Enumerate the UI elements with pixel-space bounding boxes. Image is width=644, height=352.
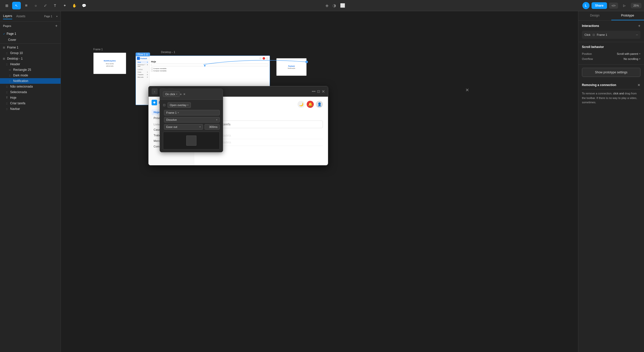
layer-item-header[interactable]: :: Header [0,61,61,67]
scroll-behavior-section: Scroll behavior Position Scroll with par… [578,42,644,65]
nav-item-label: Hoje [154,111,160,114]
tab-assets[interactable]: Assets [16,13,25,19]
code-button[interactable]: </> [609,3,618,9]
add-interaction-button[interactable]: + [180,92,182,96]
layer-label: Navbar [10,107,20,111]
layer-item-hoje[interactable]: T Hoje [0,95,61,100]
position-row: Position Scroll with parent ▾ [582,51,640,56]
interaction-popup: On click ▾ + × ⊡ Open overlay ▾ [160,89,223,152]
layer-item-rect25[interactable]: ▭ Rectangle 25 [0,67,61,73]
duration-input[interactable]: 300ms [205,124,220,130]
tab-design[interactable]: Design [578,11,611,20]
interaction-popup-body: ⊡ Open overlay ▾ Frame 1 ▾ Dissolve ▾ [160,100,223,152]
sidebar-tabs: Layers Assets Page 1 ▾ [0,11,61,22]
layer-label: Dark mode [13,74,28,77]
frame-tool-button[interactable]: ⊞ [22,2,30,9]
layer-item-navbar[interactable]: :: Navbar [0,106,61,112]
animation-select[interactable]: Dissolve ▾ [164,117,220,123]
preview-close-button[interactable]: ✕ [322,89,325,94]
add-interaction-button[interactable]: + [638,24,640,28]
layer-item-selecionada[interactable]: :: Selecionada [0,89,61,95]
component-tool-button[interactable]: ❖ [60,2,69,9]
layer-item-group10[interactable]: :: Group 10 [0,50,61,56]
easing-select[interactable]: Ease out ▾ [164,124,203,130]
preview-dots: ••• ⊡ ✕ [312,89,325,94]
preview-more-button[interactable]: ••• [312,89,316,94]
flow-pill[interactable]: Flow 1 ⊡ [136,53,150,56]
mini-header-row [151,57,268,60]
topbar-center: ◈ ◑ ⬜ [90,3,581,8]
preview-logo-icon [152,100,157,105]
user-avatar[interactable]: L [582,2,590,9]
position-value[interactable]: Scroll with parent ▾ [617,52,640,55]
page-item-cover[interactable]: Cover [0,37,61,43]
action-chevron-icon: ▾ [187,104,189,106]
layer-label: Desktop - 1 [7,57,23,60]
preview-external-button[interactable]: ⊡ [317,89,320,94]
frame-select[interactable]: Frame 1 ▾ [164,110,220,115]
share-button[interactable]: Share [592,2,607,9]
mini-nav-trabalho: Trabalho 6 [137,73,149,76]
removing-connection-close-button[interactable]: ✕ [637,83,640,87]
layer-item-desktop1[interactable]: ⊞ Desktop - 1 [0,56,61,61]
frame-icon: ⊞ [2,57,6,60]
layer-item-frame1[interactable]: ⊞ Frame 1 [0,45,61,50]
rc-divider [582,89,640,89]
removing-connection-text: To remove a connection, click and drag f… [582,91,640,105]
easing-label: Ease out [166,125,177,128]
mini-logo: Fastask [137,57,149,60]
frame1-canvas-label: Frame 1 [93,48,103,51]
group-icon: :: [5,85,9,88]
group-icon: :: [5,52,9,55]
canvas[interactable]: Desktop - 1 Frame 1 Notificações Nova ta… [61,11,578,352]
component-icon: :: [8,79,12,82]
mini-task-label2: Comprar mortadela [153,70,167,72]
action-label: Open overlay [170,104,186,107]
flow-label-text: Flow 1 [138,53,145,56]
hand-tool-button[interactable]: ✋ [70,2,79,9]
removing-connection-header: Removing a connection ✕ [582,83,640,87]
grid-menu-button[interactable]: ⊞ [3,2,11,9]
layer-item-darkmode[interactable]: :: Dark mode [0,73,61,78]
notification-bell-icon: 🔔 [307,101,314,108]
layer-item-notification[interactable]: :: Notification [0,78,61,84]
topbar-left: ⊞ ↖ ⊞ ○ 🖊 T ❖ ✋ 💬 [3,2,88,9]
overflow-label: Overflow [582,57,593,60]
trigger-chevron-icon: ▾ [176,93,177,95]
tab-layers[interactable]: Layers [3,13,12,19]
overflow-value[interactable]: No scrolling ▾ [624,57,640,60]
mini-nav-mercado: Mercado 2 [137,76,149,78]
present-button[interactable]: ▷ [620,2,629,9]
comment-tool-button[interactable]: 💬 [80,2,88,9]
shape-tool-button[interactable]: ○ [31,2,40,9]
show-prototype-settings-button[interactable]: Show prototype settings [582,68,640,77]
page-selector[interactable]: Page 1 [44,15,52,18]
layer-item-criar[interactable]: :: Criar tarefa [0,100,61,106]
close-interaction-button[interactable]: × [183,92,185,96]
pen-tool-button[interactable]: 🖊 [41,2,50,9]
desktop-frame-label: Desktop - 1 [161,51,175,54]
remove-interaction-button[interactable]: − [636,33,638,37]
add-page-button[interactable]: + [55,24,58,28]
tab-prototype[interactable]: Prototype [611,11,644,20]
page-list: ✓ Page 1 Cover [0,30,61,44]
preview-back-button[interactable]: ‹ [152,88,158,94]
left-sidebar: Layers Assets Page 1 ▾ Pages + ✓ Page 1 … [0,11,61,352]
action-select[interactable]: Open overlay ▾ [168,102,191,108]
mini-icon2 [263,57,265,60]
topbar: ⊞ ↖ ⊞ ○ 🖊 T ❖ ✋ 💬 ◈ ◑ ⬜ L Share </> ▷ 25… [0,0,644,11]
layer-item-naoselecionada[interactable]: :: Não selecionada [0,84,61,89]
mini-logo-text: Fastask [140,58,147,59]
position-label: Position [582,52,592,55]
mini-icon1 [259,57,262,60]
text-tool-button[interactable]: T [51,2,59,9]
scroll-behavior-title: Scroll behavior [582,45,640,49]
page-item-page1[interactable]: ✓ Page 1 [0,31,61,37]
interaction-trigger-label: Click [584,33,591,36]
mini-task1: Comprar mortadela [151,67,268,70]
trigger-select[interactable]: On click ▾ [163,91,180,97]
preview-window-close-button[interactable]: ✕ [465,87,469,93]
pointer-tool-button[interactable]: ↖ [12,2,21,9]
zoom-button[interactable]: 25% [631,3,641,8]
mini-checkbox2 [151,70,153,72]
